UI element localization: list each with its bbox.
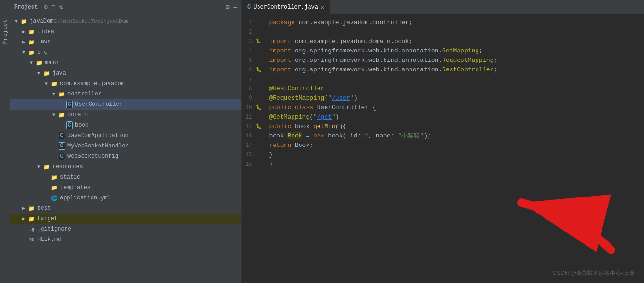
line-number: 10 — [245, 103, 252, 112]
editor-tabs: C UserController.java ✕ — [242, 0, 644, 14]
line-number: 7 — [245, 75, 252, 84]
tree-item-main[interactable]: ▼📁main — [10, 58, 241, 68]
project-tab-label[interactable]: Project — [2, 19, 8, 44]
gutter-item — [254, 27, 263, 37]
gutter-item: 🐛 — [254, 103, 263, 112]
tree-item-java[interactable]: ▼📁java — [10, 68, 241, 78]
tab-usercontroller[interactable]: C UserController.java ✕ — [242, 0, 330, 14]
code-line: book Book = new book( id: 1, name: "小猫猫"… — [269, 131, 638, 141]
java-icon: C — [58, 143, 66, 149]
tree-item-idea[interactable]: ▶📁.idea — [10, 26, 241, 37]
tree-item-help-md[interactable]: MDHELP.md — [10, 234, 241, 245]
code-line — [269, 27, 638, 37]
tree-item-mvn[interactable]: ▶📁.mvn — [10, 37, 241, 47]
java-icon: C — [65, 122, 74, 129]
line-numbers: 12345678910111213141516 — [242, 14, 254, 283]
java-icon: C — [65, 101, 74, 108]
gutter-item: 🐛 — [254, 122, 263, 131]
code-line: } — [269, 150, 638, 160]
line-number: 14 — [245, 141, 252, 150]
tree-item-domain[interactable]: ▼📁domain — [10, 110, 241, 120]
tree-item-JavaDomApplication[interactable]: CJavaDomApplication — [10, 130, 241, 141]
tree-item-label: .mvn — [37, 39, 51, 45]
tree-item-com-example[interactable]: ▼📁com.example.javadom — [10, 78, 241, 89]
tree-item-label: javaDom — [30, 18, 53, 25]
gutter-item — [254, 18, 263, 27]
code-line: import org.springframework.web.bind.anno… — [269, 65, 638, 75]
tree-item-label: controller — [67, 91, 101, 97]
gear-icon[interactable]: ⊕ — [43, 3, 47, 11]
tree-item-label: java — [52, 70, 66, 77]
line-number: 12 — [245, 122, 252, 131]
tree-item-UserController[interactable]: CUserController — [10, 99, 241, 110]
tree-item-label: test — [37, 205, 51, 212]
list-icon[interactable]: ≡ — [51, 3, 55, 11]
settings-icon[interactable]: ⚙ — [226, 3, 229, 11]
code-line: import org.springframework.web.bind.anno… — [269, 46, 638, 56]
java-icon: C — [58, 132, 66, 139]
gutter-item — [254, 75, 263, 84]
md-icon: MD — [27, 237, 36, 242]
tree-arrow: ▶ — [20, 206, 27, 211]
tree-item-book[interactable]: Cbook — [10, 120, 241, 130]
tree-item-path: E:\WebSocketText\javaDom — [53, 18, 128, 24]
tree-item-test[interactable]: ▶📁test — [10, 203, 241, 214]
tree-item-controller[interactable]: ▼📁controller — [10, 89, 241, 99]
line-number: 15 — [245, 150, 252, 160]
tree-item-application-yml[interactable]: 🌐application.yml — [10, 193, 241, 203]
editor-area: C UserController.java ✕ 1234567891011121… — [242, 0, 644, 283]
gutter-item — [254, 150, 263, 160]
tree-item-label: WebSocketConfig — [67, 153, 118, 160]
debug-icon: 🐛 — [256, 67, 261, 72]
tab-label: UserController.java — [253, 4, 318, 10]
debug-icon: 🐛 — [256, 39, 261, 44]
tree-arrow: ▼ — [35, 71, 42, 76]
gutter-item: 🐛 — [254, 65, 263, 75]
folder-icon: 📁 — [42, 164, 51, 170]
folder-icon: 📁 — [42, 70, 51, 77]
tree-item-label: templates — [60, 184, 91, 191]
code-editor[interactable]: 12345678910111213141516 🐛🐛🐛🐛 package com… — [242, 14, 644, 283]
tree-item-label: domain — [67, 111, 88, 118]
code-line: } — [269, 160, 638, 169]
minimize-icon[interactable]: — — [234, 3, 237, 11]
tree-item-WebSocketConfig[interactable]: CWebSocketConfig — [10, 151, 241, 162]
gutter-item — [254, 131, 263, 141]
tree-item-templates[interactable]: 📁templates — [10, 182, 241, 193]
tree-item-static[interactable]: 📁static — [10, 172, 241, 182]
tree-item-label: book — [75, 122, 89, 129]
gutter-item — [254, 56, 263, 65]
sort-icon[interactable]: ⇅ — [59, 3, 63, 11]
tree-item-src[interactable]: ▼📁src — [10, 47, 241, 58]
project-sidebar-tab[interactable]: Project — [0, 0, 10, 283]
tree-item-label: com.example.javadom — [60, 80, 125, 87]
gutter-item — [254, 46, 263, 56]
tree-item-gitignore[interactable]: .g.gitignore — [10, 224, 241, 234]
code-line: public book getMin(){ — [269, 122, 638, 131]
line-number: 16 — [245, 160, 252, 169]
java-icon: C — [58, 153, 66, 160]
line-number: 11 — [245, 112, 252, 122]
tree-item-target[interactable]: ▶📁target — [10, 214, 241, 224]
tree-item-label: .idea — [37, 28, 54, 35]
line-number: 13 — [245, 131, 252, 141]
tab-close-icon[interactable]: ✕ — [321, 4, 324, 10]
java-file-icon: C — [247, 4, 251, 10]
tree-item-label: application.yml — [60, 195, 111, 201]
tree-arrow: ▼ — [27, 60, 35, 66]
line-number: 8 — [245, 84, 252, 94]
folder-icon: 📁 — [27, 29, 36, 35]
gutter-col: 🐛🐛🐛🐛 — [254, 14, 263, 283]
folder-icon: 📁 — [27, 39, 36, 45]
tree-item-label: static — [60, 174, 80, 180]
tree-item-MyWebSocketHandler[interactable]: CMyWebSocketHandler — [10, 141, 241, 151]
file-tree: ▼📁javaDom E:\WebSocketText\javaDom▶📁.ide… — [10, 14, 241, 283]
debug-icon: 🐛 — [256, 124, 261, 129]
tree-arrow: ▶ — [20, 216, 27, 222]
tree-arrow: ▼ — [20, 50, 27, 55]
tree-item-javadom-root[interactable]: ▼📁javaDom E:\WebSocketText\javaDom — [10, 16, 241, 26]
tree-arrow: ▼ — [50, 112, 58, 118]
tree-item-resources[interactable]: ▼📁resources — [10, 162, 241, 172]
line-number: 1 — [245, 18, 252, 27]
code-content[interactable]: package com.example.javadom.controller;i… — [263, 14, 644, 283]
